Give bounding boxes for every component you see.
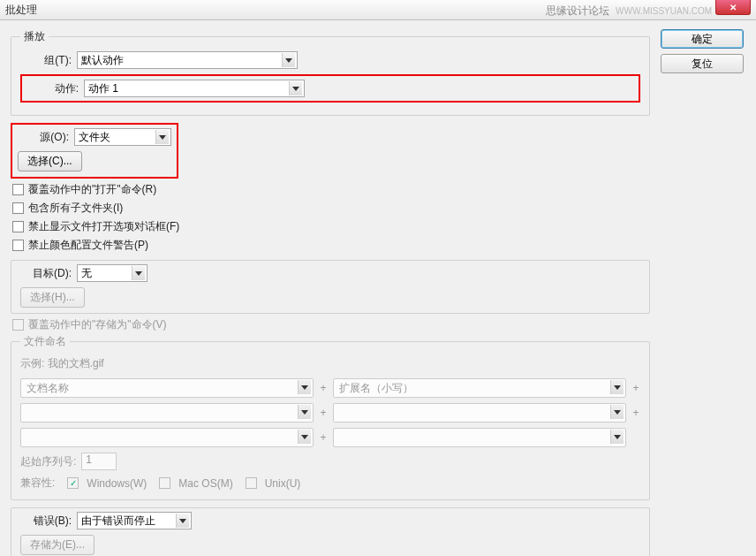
chevron-down-icon — [610, 405, 624, 419]
checkbox-override-save — [12, 319, 24, 331]
ok-button[interactable]: 确定 — [661, 29, 744, 49]
label-suppress-color: 禁止颜色配置文件警告(P) — [28, 238, 148, 253]
naming-field-1: 文档名称 — [20, 378, 314, 398]
fieldset-naming: 文件命名 示例: 我的文档.gif 文档名称 + 扩展名（小写） + + + — [11, 334, 650, 500]
legend-play: 播放 — [20, 29, 49, 44]
checkbox-suppress-color[interactable] — [12, 240, 24, 251]
plus-icon: + — [319, 382, 328, 394]
highlight-source: 源(O): 文件夹 选择(C)... — [11, 123, 178, 179]
start-label: 起始序列号: — [20, 454, 76, 469]
chevron-down-icon — [282, 53, 295, 67]
chevron-down-icon — [298, 380, 311, 394]
checkbox-windows: ✓ — [67, 477, 79, 489]
naming-field-2: 扩展名（小写） — [333, 378, 626, 398]
chevron-down-icon — [610, 380, 624, 394]
action-label: 动作: — [27, 81, 79, 96]
reset-button[interactable]: 复位 — [661, 54, 744, 73]
source-label: 源(O): — [18, 130, 69, 145]
checkbox-suppress-open[interactable] — [12, 221, 24, 232]
compat-label: 兼容性: — [20, 476, 55, 491]
example-value: 我的文档.gif — [48, 357, 104, 369]
checkbox-mac — [159, 477, 170, 489]
chevron-down-icon — [298, 430, 311, 444]
close-button[interactable]: ✕ — [715, 0, 751, 15]
label-include-sub: 包含所有子文件夹(I) — [28, 201, 123, 216]
checkbox-unix — [246, 477, 257, 489]
titlebar: 批处理 思缘设计论坛 WWW.MISSYUAN.COM ✕ — [0, 0, 756, 20]
start-seq-input: 1 — [81, 453, 117, 470]
set-combobox[interactable]: 默认动作 — [77, 51, 298, 69]
naming-field-4 — [333, 403, 626, 423]
chevron-down-icon — [155, 130, 169, 144]
plus-icon: + — [319, 407, 328, 419]
window-title: 批处理 — [5, 3, 37, 18]
label-override-open: 覆盖动作中的"打开"命令(R) — [28, 182, 156, 197]
source-choose-button[interactable]: 选择(C)... — [18, 151, 82, 171]
action-combobox[interactable]: 动作 1 — [84, 80, 305, 97]
fieldset-play: 播放 组(T): 默认动作 动作: 动作 1 — [11, 29, 650, 116]
plus-icon: + — [631, 407, 640, 419]
error-saveas-button: 存储为(E)... — [20, 535, 94, 555]
plus-icon: + — [319, 431, 328, 444]
set-label: 组(T): — [20, 53, 72, 68]
naming-field-6 — [333, 428, 626, 447]
chevron-down-icon — [298, 405, 311, 419]
dest-combobox[interactable]: 无 — [77, 264, 147, 282]
error-label: 错误(B): — [20, 514, 72, 529]
highlight-action: 动作: 动作 1 — [20, 74, 640, 103]
checkbox-override-open[interactable] — [12, 184, 24, 195]
naming-field-3 — [20, 403, 314, 423]
plus-icon: + — [631, 382, 640, 394]
source-combobox[interactable]: 文件夹 — [74, 128, 171, 146]
error-combobox[interactable]: 由于错误而停止 — [77, 512, 192, 529]
fieldset-dest: 目标(D): 无 选择(H)... — [11, 260, 650, 314]
dest-choose-button: 选择(H)... — [20, 287, 85, 308]
fieldset-error: 错误(B): 由于错误而停止 存储为(E)... — [11, 507, 650, 556]
label-override-save: 覆盖动作中的"存储为"命令(V) — [28, 317, 167, 332]
watermark: 思缘设计论坛 WWW.MISSYUAN.COM — [546, 4, 712, 19]
chevron-down-icon — [289, 81, 302, 95]
label-suppress-open: 禁止显示文件打开选项对话框(F) — [28, 219, 179, 234]
chevron-down-icon — [610, 430, 624, 444]
chevron-down-icon — [132, 266, 145, 280]
naming-field-5 — [20, 428, 314, 447]
chevron-down-icon — [176, 514, 189, 528]
dest-label: 目标(D): — [20, 266, 72, 281]
legend-naming: 文件命名 — [20, 334, 70, 349]
example-label: 示例: — [20, 357, 44, 369]
checkbox-include-sub[interactable] — [12, 202, 24, 214]
